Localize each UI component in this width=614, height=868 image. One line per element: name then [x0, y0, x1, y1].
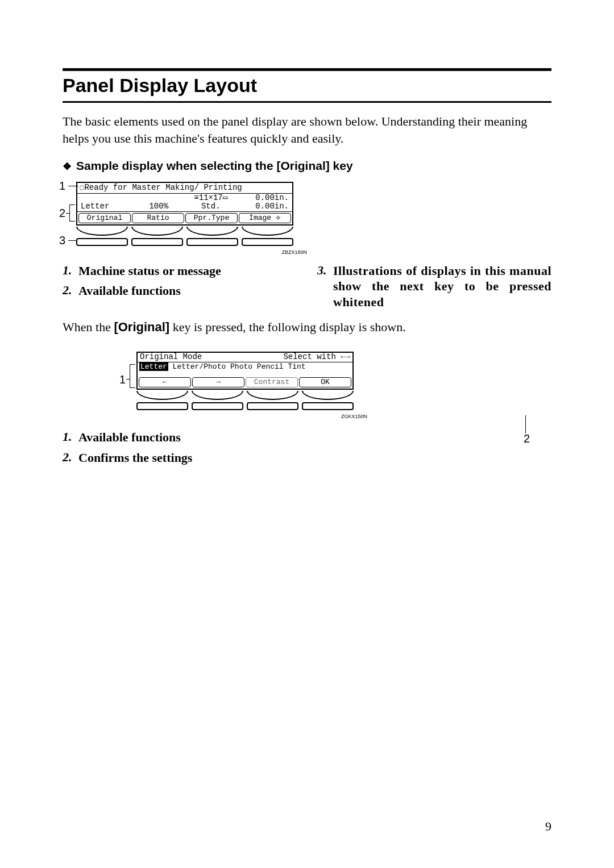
lcd-display-2: Original Mode Select with ←→ Letter Lett… [136, 352, 354, 390]
diamond-icon: ❖ [63, 161, 72, 172]
softbtn-left: ← [139, 377, 191, 387]
lcd2-options: Letter Letter/Photo Photo Pencil Tint [138, 362, 352, 372]
list-text-2: Available functions [78, 283, 181, 299]
callout-2: 2 [59, 207, 65, 220]
list2-num-2: 2. [63, 450, 75, 466]
mid-paragraph: When the [Original] key is pressed, the … [63, 320, 551, 335]
lcd2-titlebar: Original Mode Select with ←→ [138, 353, 352, 362]
hardkeys2-top [136, 391, 354, 400]
page-number: 9 [545, 819, 551, 834]
list-num-2: 2. [63, 283, 75, 299]
sample-heading: ❖Sample display when selecting the [Orig… [63, 159, 551, 173]
hardkeys-top [76, 227, 293, 236]
callout-3: 3 [59, 234, 65, 247]
lcd-info-row-2: Letter 100% Std. 0.00in. [77, 202, 292, 211]
lcd-soft-buttons: Original Ratio Ppr.Type Image ⟡ [77, 212, 292, 224]
callout-1: 1 [59, 180, 65, 193]
softbtn-original: Original [78, 213, 131, 223]
list-text-3: Illustrations of displays in this manual… [333, 263, 551, 310]
figure-2-code: ZGKX150N [136, 414, 367, 419]
list-text-1: Machine status or message [78, 263, 221, 279]
softbtn-ok: OK [299, 377, 351, 387]
figure-1: 1 2 3 ◌Ready for Master Making/ Printing… [76, 182, 551, 245]
original-key-label: [Original] [114, 320, 169, 334]
list2-text-1: Available functions [78, 429, 181, 445]
hardkeys-bottom [76, 238, 293, 246]
hardkeys2-bottom [136, 402, 354, 410]
lcd-display-1: ◌Ready for Master Making/ Printing ≡11×1… [76, 182, 293, 225]
list2-num-1: 1. [63, 429, 75, 445]
page-title: Panel Display Layout [63, 74, 551, 97]
softbtn-image: Image ⟡ [239, 213, 291, 223]
callout2-2: 2 [524, 432, 530, 445]
softbtn-contrast: Contrast [246, 377, 298, 387]
list-num-1: 1. [63, 263, 75, 279]
intro-paragraph: The basic elements used on the panel dis… [63, 113, 551, 147]
lcd-info-row-1: ≡11×17▭ 0.00in. [77, 194, 292, 202]
figure-2: 1 Original Mode Select with ←→ Letter Le… [136, 352, 551, 410]
softbtn-ratio: Ratio [132, 213, 184, 223]
figure-1-code: ZBZX180N [76, 249, 307, 255]
lcd-status: ◌Ready for Master Making/ Printing [77, 183, 292, 193]
list2-text-2: Confirms the settings [78, 450, 192, 466]
callout-list-1: 1.Machine status or message 2.Available … [63, 263, 551, 315]
list-num-3: 3. [317, 263, 330, 310]
callout2-1: 1 [119, 373, 126, 386]
callout-list-2: 1.Available functions 2.Confirms the set… [63, 429, 551, 465]
softbtn-ppr-type: Ppr.Type [185, 213, 238, 223]
softbtn-right: → [192, 377, 244, 387]
lcd2-soft-buttons: ← → Contrast OK [138, 376, 352, 389]
